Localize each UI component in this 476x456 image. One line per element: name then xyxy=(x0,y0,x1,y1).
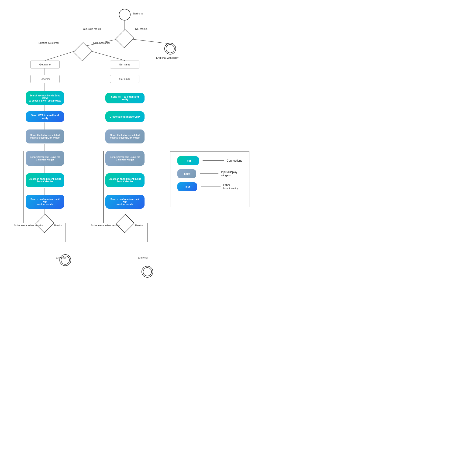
existing-customer-label: Existing Customer xyxy=(38,41,59,44)
svg-line-4 xyxy=(90,51,125,61)
start-chat-node xyxy=(119,9,131,20)
svg-line-3 xyxy=(45,51,76,61)
legend-gray-box: Text xyxy=(177,169,196,178)
diamond4 xyxy=(119,217,131,230)
diamond2 xyxy=(76,45,89,58)
end-chat-2-label: End chat xyxy=(138,256,148,259)
legend-input-label: Input/Display widgets xyxy=(221,170,242,177)
legend-box: Text Connections Text Input/Display widg… xyxy=(170,151,249,207)
no-thanks-label: No, thanks xyxy=(135,27,148,30)
schedule-another-2-label: Schedule another session xyxy=(91,224,120,227)
end-chat-2-node xyxy=(142,266,153,278)
svg-line-2 xyxy=(132,39,170,44)
create-appointment-right: Create an appointment inside Zoho Calend… xyxy=(105,173,144,187)
legend-line-3 xyxy=(201,187,220,187)
new-customer-label: New Customer xyxy=(93,41,110,44)
diamond3 xyxy=(38,217,51,230)
send-otp-left: Send OTP to email and verify xyxy=(26,111,64,122)
search-zoho-crm: Search records inside Zoho CRM to check … xyxy=(26,91,64,105)
thanks-2-label: Thanks xyxy=(135,224,143,227)
thanks-1-label: Thanks xyxy=(54,224,62,227)
legend-line-1 xyxy=(203,160,224,161)
send-otp-right: Send OTP to email and verify xyxy=(105,93,144,103)
legend-row-other: Text Other functionality xyxy=(177,182,242,191)
connections-svg xyxy=(0,0,476,456)
legend-other-label: Other functionality xyxy=(223,183,242,190)
legend-row-connections: Text Connections xyxy=(177,156,242,165)
show-webinars-left: Show the list of scheduled webinars usin… xyxy=(26,130,64,143)
get-email-right: Get email xyxy=(110,75,139,83)
get-preferred-slot-left: Get preferred slot using the Calendar wi… xyxy=(26,151,64,166)
send-confirmation-left: Send a confirmation email with webinar d… xyxy=(26,195,64,209)
legend-teal-box: Text xyxy=(177,156,199,165)
end-chat-1-label: End chat xyxy=(56,256,66,259)
get-name-left: Get name xyxy=(30,61,60,68)
schedule-another-1-label: Schedule another session xyxy=(14,224,43,227)
end-chat-delay-node xyxy=(164,43,176,55)
start-chat-label: Start chat xyxy=(132,12,143,15)
get-name-right: Get name xyxy=(110,61,139,68)
legend-line-2 xyxy=(200,174,218,174)
diamond1 xyxy=(118,32,131,45)
create-lead-crm: Create a lead inside CRM xyxy=(105,111,144,122)
send-confirmation-right: Send a confirmation email with webinar d… xyxy=(105,195,144,209)
get-email-left: Get email xyxy=(30,75,60,83)
legend-blue-box: Text xyxy=(177,182,197,191)
yes-sign-me-up-label: Yes, sign me up xyxy=(83,27,101,30)
legend-connections-label: Connections xyxy=(227,159,242,162)
create-appointment-left: Create an appointment inside Zoho Calend… xyxy=(26,173,64,187)
diagram-container: Start chat Yes, sign me up No, thanks Ex… xyxy=(0,0,476,456)
get-preferred-slot-right: Get preferred slot using the Calendar wi… xyxy=(105,151,144,166)
show-webinars-right: Show the list of scheduled webinars usin… xyxy=(105,130,144,143)
legend-row-input: Text Input/Display widgets xyxy=(177,169,242,178)
end-chat-delay-label: End chat with delay xyxy=(156,56,178,59)
